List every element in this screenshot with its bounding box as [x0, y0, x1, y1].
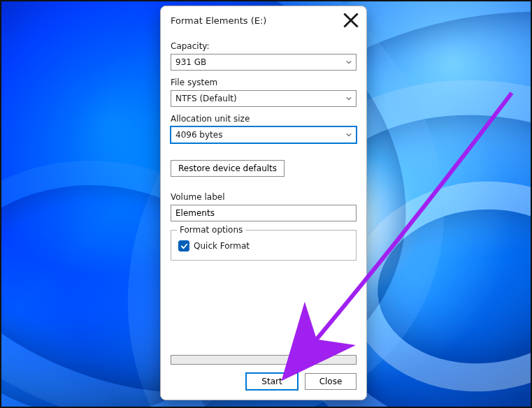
volume-label-input-wrapper [171, 205, 357, 221]
volume-label-input[interactable] [175, 205, 352, 221]
dialog-title: Format Elements (E:) [171, 15, 343, 26]
filesystem-label: File system [171, 78, 357, 87]
progress-bar [171, 355, 357, 365]
chevron-down-icon [346, 95, 352, 103]
allocation-select[interactable]: 4096 bytes [171, 126, 357, 143]
titlebar: Format Elements (E:) [161, 6, 366, 34]
capacity-label: Capacity: [171, 41, 357, 51]
filesystem-select[interactable]: NTFS (Default) [171, 90, 357, 107]
start-button[interactable]: Start [246, 373, 298, 390]
volume-label-label: Volume label [171, 192, 357, 202]
close-icon[interactable] [343, 12, 359, 29]
format-dialog: Format Elements (E:) Capacity: 931 GB Fi… [160, 6, 367, 400]
quick-format-label: Quick Format [194, 241, 250, 251]
chevron-down-icon [346, 59, 352, 66]
capacity-select[interactable]: 931 GB [171, 54, 357, 71]
restore-defaults-button[interactable]: Restore device defaults [171, 160, 285, 177]
dialog-footer: Start Close [161, 365, 366, 400]
allocation-label: Allocation unit size [171, 114, 357, 124]
close-button[interactable]: Close [305, 373, 357, 390]
quick-format-checkbox[interactable] [178, 240, 189, 252]
allocation-value: 4096 bytes [175, 130, 346, 140]
filesystem-value: NTFS (Default) [175, 94, 346, 103]
format-options-group: Format options Quick Format [171, 230, 357, 261]
chevron-down-icon [346, 131, 352, 139]
capacity-value: 931 GB [175, 57, 346, 67]
format-options-legend: Format options [177, 225, 245, 235]
